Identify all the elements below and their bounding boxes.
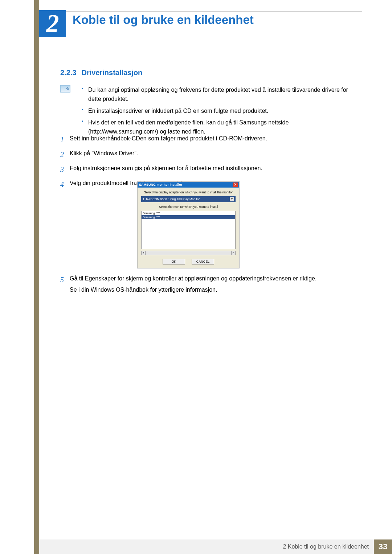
list-item-selected[interactable]: Samsung **** — [142, 215, 235, 219]
adapter-combo[interactable]: 1. RADEON 9550 : Plug and Play Monitor ▾ — [141, 196, 236, 202]
scroll-left-icon[interactable]: ◂ — [141, 251, 146, 255]
list-item[interactable]: Samsung **** — [142, 211, 235, 215]
step5-line2: Se i din Windows OS-håndbok for ytterlig… — [70, 286, 358, 295]
footer-chapter-label: 2 Koble til og bruke en kildeenhet — [39, 539, 374, 554]
step: 1 Sett inn brukerhåndbok-CDen som følger… — [60, 134, 358, 145]
note-bullets: Du kan angi optimal oppløsning og frekve… — [82, 86, 358, 139]
page-number: 33 — [374, 539, 392, 554]
step: 2 Klikk på "Windows Driver". — [60, 149, 358, 160]
dialog-buttons: OK CANCEL — [141, 259, 236, 264]
step-text: Følg instruksjonene som gis på skjermen … — [70, 164, 358, 173]
step: 3 Følg instruksjonene som gis på skjerme… — [60, 164, 358, 175]
section-title: Driverinstallasjon — [81, 69, 142, 77]
step5-block: 5 Gå til Egenskaper for skjerm og kontro… — [60, 274, 358, 296]
step-number: 5 — [60, 274, 70, 286]
section-heading: 2.2.3Driverinstallasjon — [60, 69, 142, 77]
step-number: 3 — [60, 164, 70, 175]
monitor-label: Select the monitor which you want to ins… — [141, 205, 236, 209]
step-text: Sett inn brukerhåndbok-CDen som følger m… — [70, 134, 358, 143]
adapter-label: Select the display adapter on which you … — [141, 190, 236, 194]
ok-button[interactable]: OK — [163, 259, 185, 264]
step-text: Klikk på "Windows Driver". — [70, 149, 358, 158]
horizontal-scrollbar[interactable]: ◂ ▸ — [141, 251, 236, 255]
bullet-item: En installasjonsdriver er inkludert på C… — [82, 107, 358, 116]
bullet-item: Hvis det er en feil ved den medfølgende … — [82, 118, 358, 136]
dialog-title: SAMSUNG monitor installer — [139, 183, 182, 186]
step5-line1: Gå til Egenskaper for skjerm og kontroll… — [70, 275, 317, 282]
combo-value: 1. RADEON 9550 : Plug and Play Monitor — [143, 197, 200, 201]
note-icon: ✎ — [60, 85, 70, 93]
dialog-body: Select the display adapter on which you … — [138, 188, 239, 268]
scroll-right-icon[interactable]: ▸ — [231, 251, 236, 255]
chevron-down-icon[interactable]: ▾ — [230, 197, 234, 201]
bullet-item: Du kan angi optimal oppløsning og frekve… — [82, 86, 358, 104]
left-accent-stripe — [34, 0, 39, 554]
chapter-title: Koble til og bruke en kildeenhet — [73, 13, 254, 27]
step-number: 2 — [60, 149, 70, 160]
installer-dialog: SAMSUNG monitor installer ✕ Select the d… — [137, 181, 240, 268]
step: 5 Gå til Egenskaper for skjerm og kontro… — [60, 274, 358, 295]
scroll-track[interactable] — [146, 251, 231, 255]
step-number: 1 — [60, 134, 70, 145]
footer: 2 Koble til og bruke en kildeenhet 33 — [39, 539, 392, 554]
step-text: Gå til Egenskaper for skjerm og kontroll… — [70, 274, 358, 295]
close-icon[interactable]: ✕ — [233, 182, 238, 187]
page: 2 Koble til og bruke en kildeenhet 2.2.3… — [0, 0, 392, 554]
section-number: 2.2.3 — [60, 69, 76, 77]
chapter-number: 2 — [39, 10, 66, 37]
cancel-button[interactable]: CANCEL — [192, 259, 214, 264]
monitor-listbox[interactable]: Samsung **** Samsung **** — [141, 211, 236, 249]
dialog-titlebar: SAMSUNG monitor installer ✕ — [138, 182, 239, 188]
step-number: 4 — [60, 179, 70, 190]
top-divider — [39, 11, 362, 12]
